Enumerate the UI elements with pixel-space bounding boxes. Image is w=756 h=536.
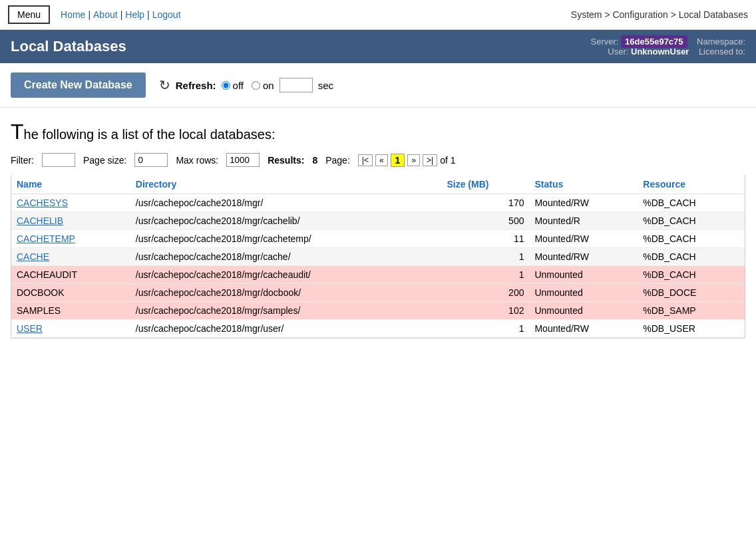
database-table: Name Directory Size (MB) Status Resource… (11, 175, 745, 338)
db-status-cell: Unmounted (529, 266, 638, 284)
db-resource-cell: %DB_CACH (638, 266, 745, 284)
db-name-cell: SAMPLES (11, 302, 130, 320)
table-row: DOCBOOK/usr/cachepoc/cache2018/mgr/docbo… (11, 284, 745, 302)
heading-big-t: T (11, 120, 24, 144)
db-resource-cell: %DB_CACH (638, 230, 745, 248)
header-info: Server: 16de55e97c75 Namespace: User: Un… (591, 37, 745, 57)
create-database-button[interactable]: Create New Database (11, 72, 146, 98)
refresh-off-radio[interactable] (222, 81, 230, 90)
refresh-on-radio[interactable] (252, 81, 260, 90)
server-label: Server: (591, 37, 619, 47)
page-title: Local Databases (11, 38, 126, 55)
refresh-off-label: off (233, 80, 244, 91)
menu-button[interactable]: Menu (8, 5, 50, 24)
db-directory-cell: /usr/cachepoc/cache2018/mgr/samples/ (130, 302, 442, 320)
db-directory-cell: /usr/cachepoc/cache2018/mgr/user/ (130, 320, 442, 338)
content: The following is a list of the local dat… (0, 108, 756, 349)
db-size-cell: 102 (441, 302, 529, 320)
db-name-cell: CACHEAUDIT (11, 266, 130, 284)
db-status-cell: Mounted/R (529, 212, 638, 230)
db-resource-cell: %DB_SAMP (638, 302, 745, 320)
page-current: 1 (391, 154, 405, 167)
db-directory-cell: /usr/cachepoc/cache2018/mgr/cachetemp/ (130, 230, 442, 248)
db-name-link[interactable]: CACHELIB (17, 215, 63, 226)
user-label: User: (608, 47, 628, 57)
refresh-area: ↻ Refresh: off on 10 sec (159, 77, 333, 93)
nav-home[interactable]: Home (61, 9, 85, 20)
db-size-cell: 1 (441, 266, 529, 284)
db-name-cell: DOCBOOK (11, 284, 130, 302)
db-status-cell: Unmounted (529, 284, 638, 302)
refresh-radio-group: off on (222, 80, 274, 91)
db-size-cell: 200 (441, 284, 529, 302)
filter-bar: Filter: Page size: Max rows: Results: 8 … (11, 153, 745, 167)
toolbar: Create New Database ↻ Refresh: off on 10… (0, 63, 756, 108)
db-size-cell: 500 (441, 212, 529, 230)
col-size: Size (MB) (441, 175, 529, 194)
db-name-cell[interactable]: CACHE (11, 248, 130, 266)
namespace-label: Namespace: (697, 37, 745, 47)
table-row: CACHELIB/usr/cachepoc/cache2018/mgr/cach… (11, 212, 745, 230)
sec-label: sec (318, 80, 333, 91)
refresh-icon[interactable]: ↻ (159, 77, 170, 93)
licensed-label: Licensed to: (699, 47, 745, 57)
db-name-cell[interactable]: USER (11, 320, 130, 338)
sep2: | (120, 9, 123, 20)
page-size-input[interactable] (134, 153, 168, 167)
col-directory: Directory (130, 175, 442, 194)
db-name-link[interactable]: CACHE (17, 251, 49, 262)
refresh-seconds-input[interactable]: 10 (280, 78, 313, 92)
db-resource-cell: %DB_CACH (638, 212, 745, 230)
db-resource-cell: %DB_DOCE (638, 284, 745, 302)
page-last-button[interactable]: >| (423, 154, 437, 166)
page-first-button[interactable]: |< (358, 154, 373, 166)
table-header-row: Name Directory Size (MB) Status Resource (11, 175, 745, 194)
sep1: | (88, 9, 91, 20)
results-count: 8 (312, 155, 317, 166)
table-row: SAMPLES/usr/cachepoc/cache2018/mgr/sampl… (11, 302, 745, 320)
db-name-cell[interactable]: CACHESYS (11, 194, 130, 212)
db-status-cell: Unmounted (529, 302, 638, 320)
db-name-link[interactable]: USER (17, 323, 43, 334)
table-row: CACHEAUDIT/usr/cachepoc/cache2018/mgr/ca… (11, 266, 745, 284)
db-resource-cell: %DB_CACH (638, 248, 745, 266)
db-status-cell: Mounted/RW (529, 320, 638, 338)
col-resource: Resource (638, 175, 745, 194)
breadcrumb: System > Configuration > Local Databases (571, 9, 748, 20)
db-directory-cell: /usr/cachepoc/cache2018/mgr/docbook/ (130, 284, 442, 302)
table-row: CACHETEMP/usr/cachepoc/cache2018/mgr/cac… (11, 230, 745, 248)
refresh-on-option[interactable]: on (252, 80, 274, 91)
nav-links: Home | About | Help | Logout (61, 9, 181, 20)
nav-help[interactable]: Help (125, 9, 144, 20)
results-label: Results: (268, 155, 304, 166)
refresh-off-option[interactable]: off (222, 80, 244, 91)
list-heading: The following is a list of the local dat… (11, 121, 745, 142)
db-size-cell: 1 (441, 320, 529, 338)
db-directory-cell: /usr/cachepoc/cache2018/mgr/cacheaudit/ (130, 266, 442, 284)
db-size-cell: 11 (441, 230, 529, 248)
db-status-cell: Mounted/RW (529, 248, 638, 266)
table-row: CACHE/usr/cachepoc/cache2018/mgr/cache/1… (11, 248, 745, 266)
db-size-cell: 1 (441, 248, 529, 266)
filter-input[interactable] (42, 153, 75, 167)
db-name-cell[interactable]: CACHELIB (11, 212, 130, 230)
nav-logout[interactable]: Logout (152, 9, 181, 20)
db-size-cell: 170 (441, 194, 529, 212)
max-rows-input[interactable] (226, 153, 260, 167)
db-status-cell: Mounted/RW (529, 230, 638, 248)
db-name-link[interactable]: CACHETEMP (17, 233, 75, 244)
top-nav: Menu Home | About | Help | Logout System… (0, 0, 756, 30)
nav-about[interactable]: About (93, 9, 118, 20)
max-rows-label: Max rows: (176, 155, 218, 166)
page-label: Page: (325, 155, 350, 166)
refresh-label: Refresh: (176, 80, 216, 91)
header-bar: Local Databases Server: 16de55e97c75 Nam… (0, 30, 756, 63)
db-name-cell[interactable]: CACHETEMP (11, 230, 130, 248)
db-name-link[interactable]: CACHESYS (17, 198, 68, 208)
page-next-button[interactable]: » (407, 154, 420, 166)
refresh-on-label: on (263, 80, 274, 91)
page-size-label: Page size: (83, 155, 126, 166)
page-prev-button[interactable]: « (375, 154, 388, 166)
page-of: of 1 (440, 155, 455, 166)
col-name: Name (11, 175, 130, 194)
